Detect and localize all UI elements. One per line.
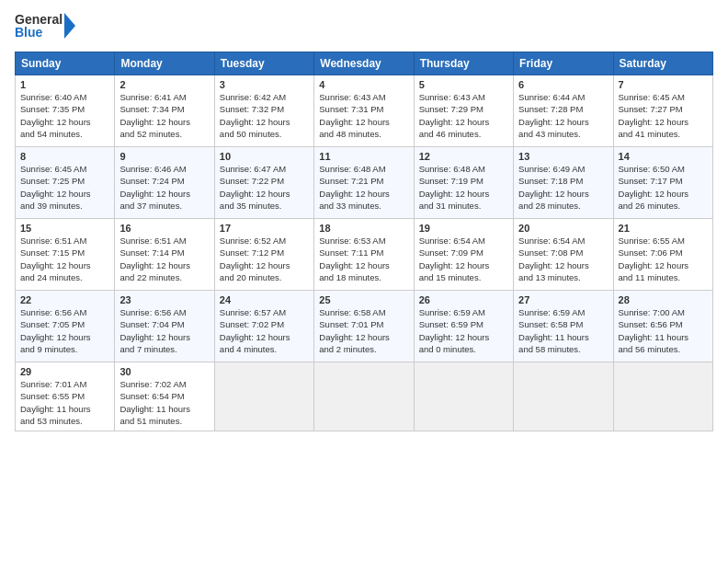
calendar-cell: 1Sunrise: 6:40 AM Sunset: 7:35 PM Daylig… <box>16 75 115 147</box>
day-info: Sunrise: 6:50 AM Sunset: 7:17 PM Dayligh… <box>619 163 708 212</box>
day-info: Sunrise: 6:52 AM Sunset: 7:12 PM Dayligh… <box>220 235 309 283</box>
logo: GeneralBlue <box>15 9 79 46</box>
calendar-cell: 7Sunrise: 6:45 AM Sunset: 7:27 PM Daylig… <box>613 75 712 147</box>
day-number: 9 <box>119 151 209 162</box>
day-info: Sunrise: 6:49 AM Sunset: 7:18 PM Dayligh… <box>518 163 608 212</box>
calendar-cell: 18Sunrise: 6:53 AM Sunset: 7:11 PM Dayli… <box>314 219 414 291</box>
day-info: Sunrise: 6:56 AM Sunset: 7:05 PM Dayligh… <box>20 306 109 355</box>
day-header-sunday: Sunday <box>16 52 115 75</box>
calendar-cell: 25Sunrise: 6:58 AM Sunset: 7:01 PM Dayli… <box>314 291 414 362</box>
calendar-cell <box>514 362 613 431</box>
day-info: Sunrise: 6:45 AM Sunset: 7:25 PM Dayligh… <box>20 163 109 212</box>
day-info: Sunrise: 6:41 AM Sunset: 7:34 PM Dayligh… <box>119 91 209 140</box>
calendar-table: SundayMondayTuesdayWednesdayThursdayFrid… <box>15 52 713 431</box>
calendar-cell: 21Sunrise: 6:55 AM Sunset: 7:06 PM Dayli… <box>613 219 712 291</box>
day-number: 12 <box>419 151 508 162</box>
day-header-thursday: Thursday <box>414 52 513 75</box>
calendar-cell: 3Sunrise: 6:42 AM Sunset: 7:32 PM Daylig… <box>214 75 313 147</box>
day-number: 13 <box>518 151 608 162</box>
day-number: 6 <box>518 79 608 90</box>
day-number: 4 <box>319 79 408 90</box>
day-header-friday: Friday <box>514 52 613 75</box>
day-info: Sunrise: 6:51 AM Sunset: 7:15 PM Dayligh… <box>20 235 109 283</box>
day-info: Sunrise: 6:59 AM Sunset: 6:59 PM Dayligh… <box>419 306 508 355</box>
calendar-cell: 24Sunrise: 6:57 AM Sunset: 7:02 PM Dayli… <box>214 291 313 362</box>
day-header-saturday: Saturday <box>613 52 712 75</box>
day-info: Sunrise: 6:43 AM Sunset: 7:29 PM Dayligh… <box>419 91 508 140</box>
calendar-cell: 20Sunrise: 6:54 AM Sunset: 7:08 PM Dayli… <box>514 219 613 291</box>
calendar-cell: 15Sunrise: 6:51 AM Sunset: 7:15 PM Dayli… <box>16 219 115 291</box>
logo-svg: GeneralBlue <box>15 9 79 46</box>
day-number: 24 <box>220 294 309 305</box>
day-number: 5 <box>419 79 508 90</box>
day-info: Sunrise: 7:01 AM Sunset: 6:55 PM Dayligh… <box>20 378 109 427</box>
calendar-cell <box>214 362 313 431</box>
day-info: Sunrise: 6:46 AM Sunset: 7:24 PM Dayligh… <box>119 163 209 212</box>
day-number: 17 <box>220 223 309 234</box>
day-number: 15 <box>20 223 109 234</box>
calendar-cell: 19Sunrise: 6:54 AM Sunset: 7:09 PM Dayli… <box>414 219 513 291</box>
day-info: Sunrise: 6:59 AM Sunset: 6:58 PM Dayligh… <box>518 306 608 355</box>
calendar-cell: 16Sunrise: 6:51 AM Sunset: 7:14 PM Dayli… <box>115 219 214 291</box>
day-info: Sunrise: 6:42 AM Sunset: 7:32 PM Dayligh… <box>220 91 309 140</box>
svg-marker-2 <box>64 13 75 39</box>
day-number: 30 <box>119 366 209 377</box>
day-number: 21 <box>619 223 708 234</box>
day-header-row: SundayMondayTuesdayWednesdayThursdayFrid… <box>16 52 713 75</box>
calendar-cell: 22Sunrise: 6:56 AM Sunset: 7:05 PM Dayli… <box>16 291 115 362</box>
day-number: 19 <box>419 223 508 234</box>
day-info: Sunrise: 6:48 AM Sunset: 7:21 PM Dayligh… <box>319 163 408 212</box>
calendar-cell: 11Sunrise: 6:48 AM Sunset: 7:21 PM Dayli… <box>314 147 414 219</box>
day-info: Sunrise: 7:02 AM Sunset: 6:54 PM Dayligh… <box>119 378 209 427</box>
calendar-cell: 9Sunrise: 6:46 AM Sunset: 7:24 PM Daylig… <box>115 147 214 219</box>
day-number: 8 <box>20 151 109 162</box>
day-header-monday: Monday <box>115 52 214 75</box>
calendar-cell: 30Sunrise: 7:02 AM Sunset: 6:54 PM Dayli… <box>115 362 214 431</box>
day-header-tuesday: Tuesday <box>214 52 313 75</box>
day-number: 22 <box>20 294 109 305</box>
day-number: 3 <box>220 79 309 90</box>
calendar-cell <box>314 362 414 431</box>
day-info: Sunrise: 7:00 AM Sunset: 6:56 PM Dayligh… <box>619 306 708 355</box>
day-number: 25 <box>319 294 408 305</box>
calendar-cell: 5Sunrise: 6:43 AM Sunset: 7:29 PM Daylig… <box>414 75 513 147</box>
day-number: 29 <box>20 366 109 377</box>
calendar-cell <box>414 362 513 431</box>
day-info: Sunrise: 6:44 AM Sunset: 7:28 PM Dayligh… <box>518 91 608 140</box>
day-number: 20 <box>518 223 608 234</box>
calendar-page: GeneralBlue SundayMondayTuesdayWednesday… <box>0 0 728 563</box>
day-number: 10 <box>220 151 309 162</box>
day-info: Sunrise: 6:40 AM Sunset: 7:35 PM Dayligh… <box>20 91 109 140</box>
calendar-cell: 8Sunrise: 6:45 AM Sunset: 7:25 PM Daylig… <box>16 147 115 219</box>
calendar-cell: 23Sunrise: 6:56 AM Sunset: 7:04 PM Dayli… <box>115 291 214 362</box>
day-number: 1 <box>20 79 109 90</box>
day-number: 18 <box>319 223 408 234</box>
day-info: Sunrise: 6:48 AM Sunset: 7:19 PM Dayligh… <box>419 163 508 212</box>
day-info: Sunrise: 6:47 AM Sunset: 7:22 PM Dayligh… <box>220 163 309 212</box>
calendar-cell: 13Sunrise: 6:49 AM Sunset: 7:18 PM Dayli… <box>514 147 613 219</box>
calendar-cell: 26Sunrise: 6:59 AM Sunset: 6:59 PM Dayli… <box>414 291 513 362</box>
day-info: Sunrise: 6:54 AM Sunset: 7:09 PM Dayligh… <box>419 235 508 283</box>
calendar-cell: 6Sunrise: 6:44 AM Sunset: 7:28 PM Daylig… <box>514 75 613 147</box>
day-info: Sunrise: 6:57 AM Sunset: 7:02 PM Dayligh… <box>220 306 309 355</box>
day-number: 27 <box>518 294 608 305</box>
day-number: 7 <box>619 79 708 90</box>
day-info: Sunrise: 6:58 AM Sunset: 7:01 PM Dayligh… <box>319 306 408 355</box>
day-info: Sunrise: 6:51 AM Sunset: 7:14 PM Dayligh… <box>119 235 209 283</box>
day-number: 2 <box>119 79 209 90</box>
day-number: 16 <box>119 223 209 234</box>
calendar-cell: 29Sunrise: 7:01 AM Sunset: 6:55 PM Dayli… <box>16 362 115 431</box>
svg-text:Blue: Blue <box>15 25 43 40</box>
page-header: GeneralBlue <box>15 9 713 46</box>
calendar-cell: 10Sunrise: 6:47 AM Sunset: 7:22 PM Dayli… <box>214 147 313 219</box>
day-number: 23 <box>119 294 209 305</box>
day-info: Sunrise: 6:56 AM Sunset: 7:04 PM Dayligh… <box>119 306 209 355</box>
day-number: 28 <box>619 294 708 305</box>
day-info: Sunrise: 6:53 AM Sunset: 7:11 PM Dayligh… <box>319 235 408 283</box>
day-header-wednesday: Wednesday <box>314 52 414 75</box>
day-number: 26 <box>419 294 508 305</box>
calendar-cell <box>613 362 712 431</box>
calendar-cell: 12Sunrise: 6:48 AM Sunset: 7:19 PM Dayli… <box>414 147 513 219</box>
calendar-cell: 17Sunrise: 6:52 AM Sunset: 7:12 PM Dayli… <box>214 219 313 291</box>
calendar-cell: 2Sunrise: 6:41 AM Sunset: 7:34 PM Daylig… <box>115 75 214 147</box>
